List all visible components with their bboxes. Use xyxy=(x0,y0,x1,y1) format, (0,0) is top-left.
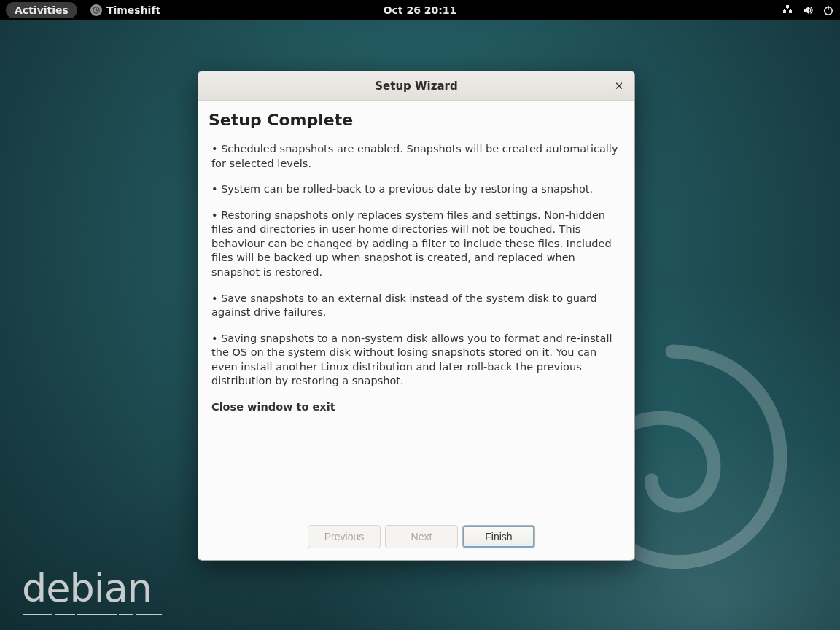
finish-button[interactable]: Finish xyxy=(462,525,535,548)
network-wired-icon[interactable] xyxy=(782,4,793,16)
previous-button: Previous xyxy=(308,525,381,548)
next-button: Next xyxy=(385,525,458,548)
info-bullet: • Save snapshots to an external disk ins… xyxy=(211,292,621,320)
clock-button[interactable]: Oct 26 20:11 xyxy=(384,4,457,16)
info-scroll-area[interactable]: • Scheduled snapshots are enabled. Snaps… xyxy=(209,142,633,513)
svg-rect-2 xyxy=(828,6,829,10)
dialog-titlebar[interactable]: Setup Wizard ✕ xyxy=(198,71,634,101)
close-button[interactable]: ✕ xyxy=(610,77,629,96)
app-menu-button[interactable]: Timeshift xyxy=(90,4,160,16)
close-icon: ✕ xyxy=(615,79,624,93)
info-bullet: • Restoring snapshots only replaces syst… xyxy=(211,209,621,280)
dialog-content: Setup Complete • Scheduled snapshots are… xyxy=(198,101,634,560)
dialog-title: Setup Wizard xyxy=(375,79,457,93)
info-bullet: • Saving snapshots to a non-system disk … xyxy=(211,332,621,389)
timeshift-icon xyxy=(90,4,102,16)
app-menu-label: Timeshift xyxy=(106,4,160,16)
audio-volume-high-icon[interactable] xyxy=(802,4,814,16)
clock-label: Oct 26 20:11 xyxy=(384,4,457,16)
exit-hint: Close window to exit xyxy=(211,400,621,415)
distro-logo: debian xyxy=(22,565,162,615)
distro-logo-bars xyxy=(23,614,162,615)
wizard-button-bar: Previous Next Finish xyxy=(209,513,634,560)
info-bullet: • System can be rolled-back to a previou… xyxy=(211,182,621,197)
system-shutdown-icon[interactable] xyxy=(822,4,834,16)
activities-button[interactable]: Activities xyxy=(6,2,77,18)
activities-label: Activities xyxy=(15,4,69,16)
top-bar: Activities Timeshift Oct 26 20:11 xyxy=(0,0,840,20)
page-heading: Setup Complete xyxy=(209,111,634,129)
setup-wizard-dialog: Setup Wizard ✕ Setup Complete • Schedule… xyxy=(198,71,635,561)
system-tray xyxy=(782,4,834,16)
info-bullet: • Scheduled snapshots are enabled. Snaps… xyxy=(211,142,621,171)
distro-name-text: debian xyxy=(22,565,152,611)
